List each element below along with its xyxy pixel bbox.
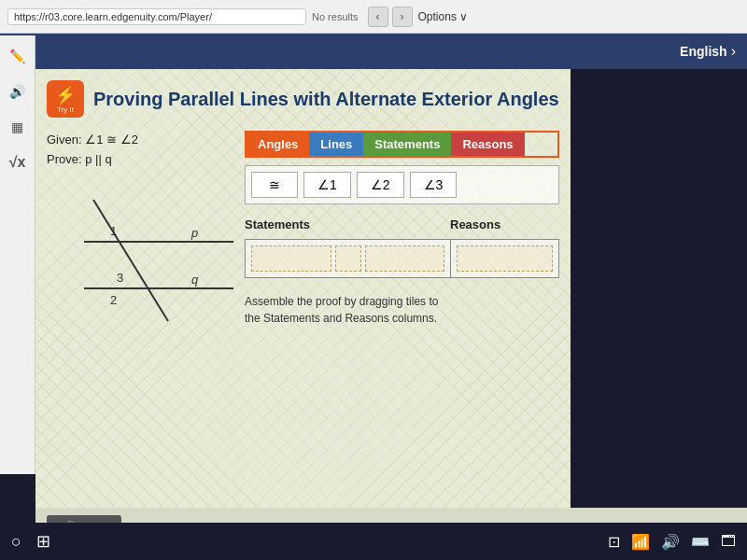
left-column: Given: ∠1 ≅ ∠2 Prove: p || q 1 xyxy=(47,131,233,330)
url-bar[interactable]: https://r03.core.learn.edgenuity.com/Pla… xyxy=(7,8,306,25)
reasons-col-header: Reasons xyxy=(450,214,559,235)
lesson-title: Proving Parallel Lines with Alternate Ex… xyxy=(93,89,559,110)
keyboard-icon[interactable]: ⌨️ xyxy=(691,533,710,551)
nav-forward-button[interactable]: › xyxy=(392,7,413,27)
top-bar: English › xyxy=(0,34,747,69)
sqrt-icon[interactable]: √x xyxy=(5,149,31,175)
app-body: ✏️ 🔊 ▦ √x ⚡ Try It Proving Parallel Line… xyxy=(0,69,747,508)
speaker-icon[interactable]: 🔊 xyxy=(5,78,31,105)
tile-angle1[interactable]: ∠1 xyxy=(303,172,351,198)
proof-statements-column xyxy=(246,240,451,277)
nav-buttons: ‹ › xyxy=(368,7,413,27)
prove-text: Prove: p || q xyxy=(47,150,233,170)
try-it-icon: ⚡ Try It xyxy=(47,80,84,118)
reason-cell-1[interactable] xyxy=(457,245,553,272)
svg-text:p: p xyxy=(190,226,198,240)
given-prove-text: Given: ∠1 ≅ ∠2 Prove: p || q xyxy=(47,131,233,170)
no-results-label: No results xyxy=(312,11,359,22)
pencil-icon[interactable]: ✏️ xyxy=(5,43,31,69)
content-wrapper: ⚡ Try It Proving Parallel Lines with Alt… xyxy=(35,69,571,508)
language-chevron-icon: › xyxy=(731,43,736,60)
svg-text:q: q xyxy=(191,273,199,287)
two-col-layout: Given: ∠1 ≅ ∠2 Prove: p || q 1 xyxy=(47,131,559,330)
language-label[interactable]: English xyxy=(680,44,727,59)
svg-text:1: 1 xyxy=(110,224,117,238)
lightning-icon: ⚡ xyxy=(55,85,76,105)
sidebar: ✏️ 🔊 ▦ √x xyxy=(0,35,35,474)
statement-cell-2[interactable] xyxy=(335,245,361,272)
windows-icon[interactable]: ⊞ xyxy=(36,531,50,552)
monitor-icon[interactable]: ⊡ xyxy=(608,533,620,551)
proof-reasons-column xyxy=(451,240,558,277)
signal-icon: 📶 xyxy=(631,533,650,551)
taskbar-right: ⊡ 📶 🔊 ⌨️ 🗔 xyxy=(608,533,736,551)
svg-line-0 xyxy=(93,200,168,321)
volume-icon[interactable]: 🔊 xyxy=(661,533,680,551)
tile-congruent[interactable]: ≅ xyxy=(251,172,298,198)
lesson-header: ⚡ Try It Proving Parallel Lines with Alt… xyxy=(47,80,559,118)
statement-cell-3[interactable] xyxy=(365,245,445,272)
svg-text:3: 3 xyxy=(117,271,123,285)
tile-angle2[interactable]: ∠2 xyxy=(357,172,404,198)
tab-statements[interactable]: Statements xyxy=(363,133,451,156)
proof-table xyxy=(245,239,559,278)
proof-table-header: Statements Reasons xyxy=(245,214,559,235)
browser-bar: https://r03.core.learn.edgenuity.com/Pla… xyxy=(0,0,747,34)
taskbar: ○ ⊞ ⊡ 📶 🔊 ⌨️ 🗔 xyxy=(0,523,747,560)
geometry-svg: 1 p 3 q 2 xyxy=(47,181,233,330)
nav-back-button[interactable]: ‹ xyxy=(368,7,388,27)
tab-angles[interactable]: Angles xyxy=(247,133,309,156)
svg-text:2: 2 xyxy=(110,293,117,307)
os-circle-icon[interactable]: ○ xyxy=(11,532,21,552)
statements-col-header: Statements xyxy=(245,214,450,235)
options-button[interactable]: Options ∨ xyxy=(418,10,469,23)
try-it-label: Try It xyxy=(57,105,74,114)
right-column: Angles Lines Statements Reasons ≅ ∠1 ∠2 … xyxy=(245,131,559,330)
tab-lines[interactable]: Lines xyxy=(309,133,363,156)
statement-cell-1[interactable] xyxy=(251,245,331,272)
tile-angle3[interactable]: ∠3 xyxy=(410,172,458,198)
tile-tabs: Angles Lines Statements Reasons xyxy=(245,131,559,158)
tab-reasons[interactable]: Reasons xyxy=(451,133,524,156)
windows-taskbar-icon[interactable]: 🗔 xyxy=(721,533,736,550)
chart-icon[interactable]: ▦ xyxy=(5,114,31,140)
tiles-area: ≅ ∠1 ∠2 ∠3 xyxy=(245,165,559,204)
geometry-diagram: 1 p 3 q 2 xyxy=(47,181,233,330)
given-text: Given: ∠1 ≅ ∠2 xyxy=(47,131,233,150)
instructions-text: Assemble the proof by dragging tiles to … xyxy=(245,293,559,327)
